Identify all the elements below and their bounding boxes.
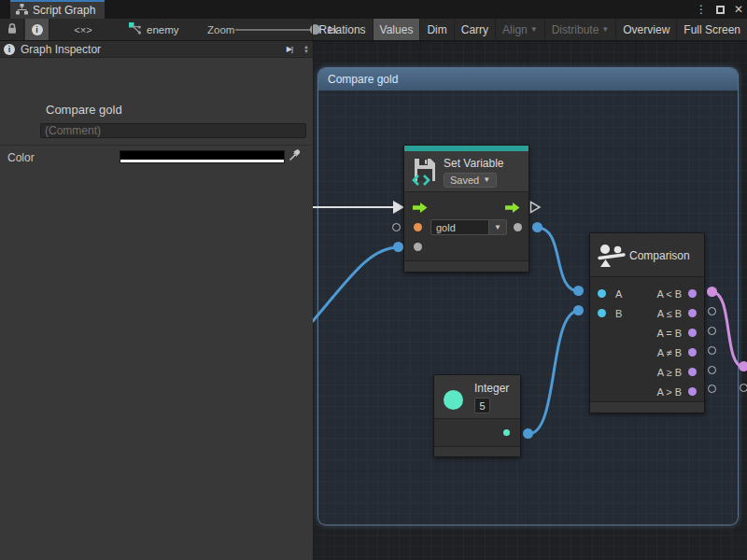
output-a-ne-b-port[interactable] (688, 348, 697, 357)
connection-dot[interactable] (573, 305, 584, 315)
tab-title: Script Graph (33, 4, 95, 17)
spin-down-icon[interactable]: ▼ (303, 49, 309, 54)
output-label: A > B (656, 386, 682, 398)
zoom-slider-track[interactable] (235, 29, 316, 31)
output-label: A ≠ B (657, 347, 682, 358)
chevron-down-icon: ▼ (530, 26, 538, 34)
save-variable-icon (411, 157, 439, 190)
toolbar-button-overview[interactable]: Overview (615, 19, 676, 40)
toolbar-button-carry[interactable]: Carry (454, 19, 495, 40)
output-label: A = B (656, 328, 682, 339)
comment-input[interactable] (40, 123, 306, 138)
toolbar-button-fullscreen[interactable]: Full Screen (676, 19, 747, 40)
unconnected-port-circle[interactable] (740, 384, 747, 392)
unconnected-port-circle[interactable] (708, 346, 716, 355)
connection-dot[interactable] (707, 287, 717, 297)
chevron-down-icon: ▼ (483, 176, 490, 184)
divider (0, 145, 313, 146)
connection-dot[interactable] (393, 242, 403, 252)
toolbar-button-align[interactable]: Align▼ (495, 19, 544, 40)
button-label: Values (380, 23, 414, 36)
group-title: Compare gold (328, 73, 398, 86)
lock-button[interactable] (0, 19, 24, 40)
connection-dot[interactable] (532, 222, 543, 232)
variable-name-row: gold ▼ (404, 217, 529, 237)
lock-icon (7, 22, 18, 37)
node-comparison[interactable]: Comparison A A < B B A ≤ B A = B A ≠ B (589, 232, 705, 413)
integer-out-port[interactable] (503, 429, 510, 436)
unconnected-port-circle[interactable] (392, 223, 401, 231)
button-label: Distribute (552, 23, 599, 36)
color-label: Color (7, 151, 35, 164)
button-label: Full Screen (684, 23, 740, 36)
titlebar: Script Graph ⋮ ✕ (0, 0, 747, 19)
eyedropper-icon (289, 148, 301, 165)
input-a-port[interactable] (598, 289, 606, 298)
value-out-port[interactable] (514, 223, 522, 231)
flow-out-unconnected-icon[interactable] (529, 201, 543, 214)
breadcrumb[interactable]: enemy (129, 19, 179, 40)
tab-script-graph[interactable]: Script Graph (10, 0, 105, 19)
unconnected-port-circle[interactable] (708, 307, 716, 315)
chevron-down-icon: ▼ (489, 219, 507, 235)
node-title: Integer (474, 382, 509, 395)
color-field[interactable] (120, 150, 285, 163)
node-footer (434, 446, 520, 456)
output-a-lt-b-port[interactable] (688, 289, 697, 298)
comparison-header: Comparison (590, 233, 704, 277)
connection-dot[interactable] (523, 428, 533, 439)
graph-canvas[interactable]: Compare gold Set Variable Saved ▼ (313, 41, 747, 560)
color-alpha-bar (120, 160, 284, 162)
toolbar-toggle-group: Relations Values Dim Carry Align▼ Distri… (312, 19, 747, 40)
node-footer (590, 401, 704, 413)
connection-dot[interactable] (573, 286, 584, 296)
flow-out-port[interactable] (505, 200, 520, 217)
input-b-label: B (615, 308, 622, 319)
input-a-label: A (615, 288, 622, 300)
inspect-button[interactable]: i (25, 19, 49, 40)
variable-name-dropdown[interactable]: gold ▼ (430, 219, 507, 235)
unconnected-port-circle[interactable] (708, 385, 716, 393)
scope-value: Saved (450, 175, 479, 186)
set-variable-header: Set Variable Saved ▼ (404, 151, 529, 192)
code-icon: <×> (74, 24, 92, 35)
output-a-eq-b-port[interactable] (688, 329, 697, 337)
flow-in-port[interactable] (413, 200, 428, 217)
window-menu-icon[interactable]: ⋮ (696, 4, 707, 15)
control-flow-row (404, 198, 529, 217)
toolbar-button-dim[interactable]: Dim (419, 19, 453, 40)
maximize-icon[interactable] (716, 6, 725, 14)
dock-panel-icon[interactable]: ▶] (287, 45, 292, 53)
eyedropper-button[interactable] (287, 149, 302, 164)
preview-code-button[interactable]: <×> (63, 19, 103, 40)
comparison-row: A ≠ B (590, 343, 704, 362)
toolbar-button-distribute[interactable]: Distribute▼ (544, 19, 616, 40)
connection-dot[interactable] (739, 361, 747, 371)
output-a-le-b-port[interactable] (688, 309, 697, 317)
node-integer[interactable]: Integer 5 (433, 374, 521, 457)
node-set-variable[interactable]: Set Variable Saved ▼ gold ▼ (403, 145, 529, 273)
toolbar-button-relations[interactable]: Relations (312, 19, 373, 40)
group-header[interactable]: Compare gold (318, 68, 738, 91)
panel-spinner[interactable]: ▲▼ (303, 45, 309, 54)
window-controls: ⋮ ✕ (696, 0, 743, 19)
close-icon[interactable]: ✕ (734, 4, 743, 15)
variable-name-port[interactable] (414, 223, 422, 231)
output-a-ge-b-port[interactable] (688, 368, 697, 376)
info-icon: i (4, 44, 15, 55)
node-title: Comparison (629, 249, 690, 262)
unconnected-port-circle[interactable] (708, 366, 716, 374)
output-a-gt-b-port[interactable] (688, 387, 697, 396)
unconnected-port-circle[interactable] (708, 327, 716, 335)
output-label: A ≥ B (657, 367, 682, 378)
toolbar-button-values[interactable]: Values (373, 19, 420, 40)
toolbar: i <×> enemy Zoom 1x Relations Values Dim… (0, 19, 747, 41)
value-in-port[interactable] (414, 243, 422, 251)
button-label: Align (502, 23, 528, 36)
input-b-port[interactable] (598, 309, 606, 317)
integer-value-field[interactable]: 5 (474, 398, 490, 413)
node-footer (404, 260, 529, 272)
variable-scope-dropdown[interactable]: Saved ▼ (444, 173, 497, 188)
graph-inspector-header: i Graph Inspector ▶] ▲▼ (0, 41, 313, 58)
integer-output-row (434, 419, 520, 446)
